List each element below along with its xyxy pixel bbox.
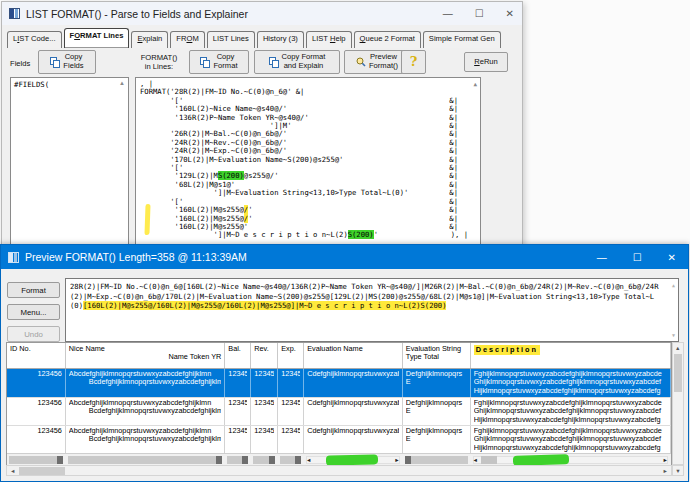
code-line: FORMAT('28R(2)|FM~ID No.~C(0)@n_6@' &| [140, 88, 480, 96]
scroll-up-icon[interactable]: ▲ [119, 80, 125, 86]
tab-explain[interactable]: Explain [131, 31, 168, 48]
tab-format-lines[interactable]: FORMAT Lines [64, 28, 130, 48]
cell-eval_name: Cdefghijklmnopqrstuvwxyzab [304, 398, 403, 425]
tab-strip: LIST Code...FORMAT LinesExplainFROMLIST … [7, 27, 520, 48]
table-grid: ID No.Nice NameName Token YRBal.Rev.Exp.… [6, 342, 672, 466]
cell-rev: 123456 [251, 426, 278, 453]
parse-toolbar: Fields Copy Fields FORMAT() in Lines: Co… [2, 48, 522, 76]
scroll-right-icon[interactable]: ► [394, 457, 399, 464]
app-icon [9, 8, 20, 19]
tab-list-help[interactable]: LIST Help [306, 31, 352, 48]
column-header-rev[interactable]: Rev. [251, 343, 278, 368]
scrollbar-thumb[interactable] [57, 456, 63, 464]
fields-pane[interactable]: #FIELDS( ▲ [10, 77, 129, 245]
tab-list-lines[interactable]: LIST Lines [207, 31, 255, 48]
table-row[interactable]: 123456Abcdefghijklmnopqrstuvwxyzabcdefgh… [7, 397, 671, 425]
cell-eval_str: DefghijklmnopqrsE [403, 369, 471, 397]
tab-simple-format-gen[interactable]: Simple Format Gen [423, 31, 501, 48]
format-in-lines-label: FORMAT() in Lines: [134, 53, 184, 71]
copy-format-button[interactable]: Copy Format [189, 50, 249, 74]
vertical-scrollbar[interactable]: ▲ [672, 342, 684, 465]
green-highlight: S(200) [348, 230, 374, 239]
format-button[interactable]: Format [7, 282, 60, 298]
close-icon[interactable]: ✕ [668, 252, 676, 263]
cell-desc: Fghijklmnopqrstuvwxyzabcdefghijklmnopqrs… [471, 426, 671, 453]
scrollbar-thumb[interactable] [295, 456, 301, 464]
minimize-icon[interactable]: — [597, 252, 607, 263]
column-header-exp[interactable]: Exp. [278, 343, 304, 368]
horizontal-scrollbar-thumb[interactable] [19, 467, 65, 475]
table-row-selected[interactable]: 123456Abcdefghijklmnopqrstuvwxyzabcdefgh… [7, 369, 671, 397]
scrollbar-thumb[interactable] [242, 456, 248, 464]
format-code-pane[interactable]: ▲ , |FORMAT('28R(2)|FM~ID No.~C(0)@n_6@'… [135, 77, 481, 245]
cell-id: 123456 [7, 426, 66, 453]
scrollbar-thumb[interactable] [481, 456, 497, 464]
preview-format-label: Preview Format() [369, 53, 398, 70]
column-header-bal[interactable]: Bal. [225, 343, 251, 368]
green-marker-annotation [326, 454, 378, 465]
copy-fields-label: Copy Fields [63, 53, 83, 70]
copy-format-explain-button[interactable]: Copy Format and Explain [254, 50, 340, 74]
fields-label: Fields [10, 59, 30, 68]
tab-list-code[interactable]: LIST Code... [7, 31, 62, 48]
minimize-icon[interactable]: — [443, 8, 453, 19]
yellow-highlight: D e s c r i p t i o n [474, 345, 540, 355]
scroll-left-icon[interactable]: ◄ [10, 468, 15, 474]
cell-bal: 123456 [225, 369, 251, 397]
preview-window: Preview FORMAT() Length=358 @ 11:13:39AM… [0, 244, 689, 482]
column-header-desc[interactable]: D e s c r i p t i o n [471, 343, 671, 368]
scroll-right-icon[interactable]: ► [663, 457, 668, 464]
column-header-eval_str[interactable]: Evaluation StringType Total [403, 343, 471, 368]
rerun-label: ReRun [474, 58, 498, 67]
rerun-button[interactable]: ReRun [464, 52, 508, 72]
cell-desc: Fghijklmnopqrstuvwxyzabcdefghijklmnopqrs… [471, 369, 671, 397]
tab-from[interactable]: FROM [170, 31, 204, 48]
cell-eval_name: Cdefghijklmnopqrstuvwxyzab [304, 426, 403, 453]
table-header-row: ID No.Nice NameName Token YRBal.Rev.Exp.… [7, 343, 671, 369]
scroll-left-icon[interactable]: ◄ [473, 457, 478, 464]
cell-id: 123456 [7, 369, 66, 397]
preview-table: ID No.Nice NameName Token YRBal.Rev.Exp.… [6, 342, 684, 475]
cell-desc: Fghijklmnopqrstuvwxyzabcdefghijklmnopqrs… [471, 398, 671, 425]
copy-icon [269, 57, 279, 68]
maximize-icon[interactable]: ☐ [633, 252, 642, 263]
scroll-left-icon[interactable]: ◄ [306, 457, 311, 464]
cell-exp: 123456 [278, 426, 304, 453]
copy-format-label: Copy Format [213, 53, 237, 70]
scroll-right-icon[interactable]: ► [663, 468, 668, 474]
tab-queue-2-format[interactable]: Queue 2 Format [354, 31, 421, 48]
format-line: (0)[160L(2)|M@s255@/160L(2)|M@s255@/160L… [70, 301, 674, 311]
maximize-icon[interactable]: ☐ [475, 8, 484, 19]
copy-fields-button[interactable]: Copy Fields [38, 50, 96, 74]
table-row[interactable]: 123456Abcdefghijklmnopqrstuvwxyzabcdefgh… [7, 425, 671, 453]
tab-history-3[interactable]: History (3) [257, 31, 304, 48]
cell-eval_str: DefghijklmnopqrsE [403, 426, 471, 453]
column-header-eval_name[interactable]: Evaluation Name [304, 343, 403, 368]
column-header-id[interactable]: ID No. [7, 343, 66, 368]
scrollbar-thumb[interactable] [269, 456, 275, 464]
help-button[interactable]: ? [401, 50, 426, 74]
menu-button[interactable]: Menu... [7, 304, 60, 320]
vertical-scrollbar-thumb[interactable] [674, 354, 682, 392]
code-line: ']|M~Evaluation String<13,10>Type Total~… [140, 189, 480, 197]
cell-nice: Abcdefghijklmnopqrstuvwxyzabcdefghijklmn… [66, 369, 226, 397]
green-marker-annotation [512, 454, 568, 465]
table-body: 123456Abcdefghijklmnopqrstuvwxyzabcdefgh… [7, 369, 671, 453]
cell-rev: 123456 [251, 398, 278, 425]
cell-bal: 123456 [225, 426, 251, 453]
horizontal-scrollbar[interactable]: ◄ ► [6, 465, 672, 476]
close-icon[interactable]: ✕ [506, 8, 514, 19]
undo-button[interactable]: Undo [7, 326, 60, 342]
scrollbar-thumb[interactable] [216, 456, 222, 464]
scroll-up-icon[interactable]: ▲ [675, 345, 680, 351]
copy-icon [50, 57, 60, 68]
cell-eval_str: DefghijklmnopqrsE [403, 398, 471, 425]
scroll-down-icon[interactable]: ▼ [672, 332, 675, 338]
cell-nice: Abcdefghijklmnopqrstuvwxyzabcdefghijklmn… [66, 426, 226, 453]
scrollbar-thumb[interactable] [405, 456, 411, 464]
preview-titlebar: Preview FORMAT() Length=358 @ 11:13:39AM… [1, 245, 688, 269]
scroll-down-icon[interactable]: ▼ [672, 465, 684, 476]
parse-titlebar: LIST FORMAT() - Parse to Fields and Expl… [2, 2, 522, 25]
format-string-box[interactable]: ▲ ▼ 28R(2)|FM~ID No.~C(0)@n_6@[160L(2)~N… [65, 278, 679, 342]
column-header-nice[interactable]: Nice NameName Token YR [66, 343, 226, 368]
